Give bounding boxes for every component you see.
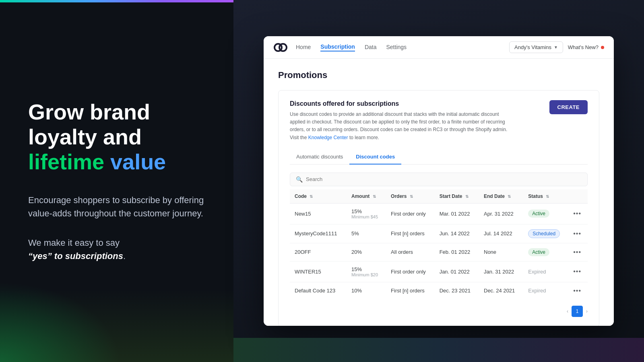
cell-end-date: Apr. 31 2022 [479,203,523,224]
table-header-row: Code ⇅ Amount ⇅ Orders ⇅ [290,189,588,204]
row-actions-button[interactable]: ••• [573,210,581,217]
left-cta: We make it easy to say “yes” to subscrip… [28,236,205,263]
tabs-container: Automatic discounts Discount codes [290,150,588,165]
pagination-prev[interactable]: ‹ [567,309,568,314]
row-actions-button[interactable]: ••• [573,287,581,294]
cell-amount: 5% [347,224,386,243]
cell-code: Default Code 123 [290,282,347,299]
col-code: Code ⇅ [290,189,347,204]
pagination: ‹ 1 › [290,306,588,317]
left-subtext: Encourage shoppers to subscribe by offer… [28,193,205,220]
table-row: MysteryCode11115%First [n] ordersJun. 14… [290,224,588,243]
promotions-card: Discounts offered for subscriptions Use … [278,90,599,326]
pagination-page-1[interactable]: 1 [572,306,583,317]
right-panel: Home Subscription Data Settings Andy's V… [233,0,644,362]
sort-icon-code[interactable]: ⇅ [310,194,313,199]
cell-amount: 20% [347,243,386,261]
table-row: New1515%Minimum $45First order onlyMar. … [290,203,588,224]
cell-start-date: Dec. 23 2021 [435,282,479,299]
top-gradient-bar [0,0,233,2]
card-description: Use discount codes to provide an additio… [290,111,515,142]
pagination-next[interactable]: › [586,309,588,314]
tab-discount-codes[interactable]: Discount codes [349,150,401,165]
sort-icon-orders[interactable]: ⇅ [410,194,413,199]
search-bar: 🔍 [290,173,588,186]
cell-orders: First [n] orders [386,282,435,299]
row-actions-button[interactable]: ••• [573,249,581,255]
card-title: Discounts offered for subscriptions [290,100,515,107]
whats-new-button[interactable]: What's New? [568,44,604,50]
cell-actions: ••• [568,224,588,243]
chevron-down-icon: ▼ [554,45,558,49]
cell-actions: ••• [568,261,588,282]
cell-end-date: Jan. 31 2022 [479,261,523,282]
cell-status: Expired [523,261,568,282]
nav-home[interactable]: Home [296,44,311,51]
search-input[interactable] [306,176,582,182]
bottom-blob [0,282,121,362]
status-badge: Scheduled [528,229,560,238]
row-actions-button[interactable]: ••• [573,230,581,237]
nav-subscription[interactable]: Subscription [320,43,355,51]
card-header: Discounts offered for subscriptions Use … [290,100,588,142]
store-selector[interactable]: Andy's Vitamins ▼ [509,41,563,53]
bottom-right-gradient [233,338,644,362]
col-orders: Orders ⇅ [386,189,435,204]
col-status: Status ⇅ [523,189,568,204]
cell-amount: 15%Minimum $20 [347,261,386,282]
app-logo [273,40,288,55]
cell-actions: ••• [568,243,588,261]
cell-status: Active [523,243,568,261]
sort-icon-end-date[interactable]: ⇅ [508,194,511,199]
tab-automatic-discounts[interactable]: Automatic discounts [290,150,349,165]
cell-code: 20OFF [290,243,347,261]
cell-end-date: None [479,243,523,261]
heading-colored-green: lifetime [28,150,104,174]
knowledge-center-link[interactable]: Knowledge Center [308,135,348,140]
cell-start-date: Jan. 01 2022 [435,261,479,282]
nav-right: Andy's Vitamins ▼ What's New? [509,41,604,53]
table-row: Default Code 12310%First [n] ordersDec. … [290,282,588,299]
sort-icon-status[interactable]: ⇅ [546,194,549,199]
table-row: WINTER1515%Minimum $20First order onlyJa… [290,261,588,282]
search-icon: 🔍 [296,176,303,183]
svg-point-1 [279,44,287,51]
content-area: Promotions Discounts offered for subscri… [264,59,614,326]
create-button[interactable]: CREATE [549,100,588,114]
card-info: Discounts offered for subscriptions Use … [290,100,515,142]
sort-icon-amount[interactable]: ⇅ [373,194,376,199]
cell-end-date: Dec. 24 2021 [479,282,523,299]
cell-code: MysteryCode1111 [290,224,347,243]
cell-code: New15 [290,203,347,224]
sort-icon-start-date[interactable]: ⇅ [465,194,469,199]
cell-status: Scheduled [523,224,568,243]
status-badge: Expired [528,269,546,275]
main-heading: Grow brand loyalty and lifetime value [28,99,205,174]
discount-table: Code ⇅ Amount ⇅ Orders ⇅ [290,189,588,299]
cell-amount: 10% [347,282,386,299]
cell-actions: ••• [568,282,588,299]
cell-code: WINTER15 [290,261,347,282]
cell-start-date: Mar. 01 2022 [435,203,479,224]
nav-data[interactable]: Data [365,44,377,51]
heading-colored-blue: value [104,150,166,174]
status-badge: Active [528,248,549,256]
col-amount: Amount ⇅ [347,189,386,204]
row-actions-button[interactable]: ••• [573,268,581,275]
cell-orders: First order only [386,261,435,282]
left-panel: Grow brand loyalty and lifetime value En… [0,0,233,362]
store-name: Andy's Vitamins [514,44,551,50]
cell-end-date: Jul. 14 2022 [479,224,523,243]
cell-actions: ••• [568,203,588,224]
status-badge: Active [528,210,549,218]
col-actions [568,189,588,204]
cell-start-date: Jun. 14 2022 [435,224,479,243]
nav-settings[interactable]: Settings [386,44,407,51]
app-window: Home Subscription Data Settings Andy's V… [264,36,614,326]
cell-amount: 15%Minimum $45 [347,203,386,224]
table-row: 20OFF20%All ordersFeb. 01 2022NoneActive… [290,243,588,261]
cell-status: Active [523,203,568,224]
nav-links: Home Subscription Data Settings [296,43,509,51]
cell-orders: First [n] orders [386,224,435,243]
col-end-date: End Date ⇅ [479,189,523,204]
